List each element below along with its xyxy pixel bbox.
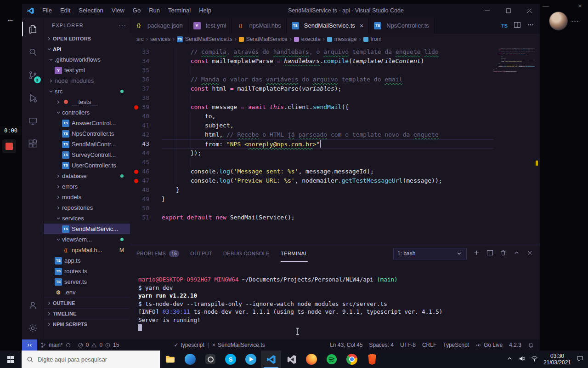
- line-content[interactable]: // compila, através do handlebars, o arq…: [162, 47, 493, 57]
- skype-icon[interactable]: [220, 351, 241, 368]
- tree-item-services[interactable]: services: [44, 213, 130, 224]
- taskbar-search-input[interactable]: Digite aqui para pesquisar: [22, 351, 160, 368]
- editor-tab-test-yml[interactable]: test.yml: [188, 17, 232, 34]
- maximize-panel-icon[interactable]: [513, 249, 520, 258]
- start-button[interactable]: [0, 351, 22, 368]
- spotify-icon[interactable]: [322, 351, 342, 368]
- gutter[interactable]: 38: [130, 93, 162, 103]
- gutter[interactable]: 40: [130, 112, 162, 121]
- editor-tab-package-json[interactable]: package.json: [130, 17, 188, 34]
- gutter[interactable]: 39: [130, 103, 162, 112]
- line-content[interactable]: console.log('Message sent: %s', message.…: [162, 167, 493, 176]
- volume-icon[interactable]: [519, 355, 526, 364]
- line-content[interactable]: [162, 93, 493, 103]
- firefox-icon[interactable]: [301, 351, 322, 368]
- line-content[interactable]: subject,: [162, 121, 493, 130]
- panel-tab-debug-console[interactable]: DEBUG CONSOLE: [223, 245, 270, 262]
- menu-selection[interactable]: Selection: [74, 4, 107, 17]
- edge-icon[interactable]: [180, 351, 200, 368]
- encoding-status[interactable]: UTF-8: [397, 339, 419, 351]
- chrome-icon[interactable]: [342, 351, 362, 368]
- gutter[interactable]: 35: [130, 66, 162, 75]
- tree-item-controllers[interactable]: controllers: [44, 107, 130, 118]
- menu-help[interactable]: Help: [195, 4, 215, 17]
- tree-item-test-yml[interactable]: test.yml: [44, 65, 130, 75]
- more-actions-icon[interactable]: [527, 21, 534, 30]
- breakpoint-icon[interactable]: [134, 170, 138, 174]
- telegram-icon[interactable]: [241, 351, 261, 368]
- minimize-button[interactable]: [476, 4, 498, 17]
- terminal-shell-select[interactable]: 1: bash: [393, 248, 467, 259]
- back-icon[interactable]: ←: [6, 14, 15, 24]
- breakpoint-icon[interactable]: [134, 105, 138, 109]
- project-header[interactable]: API: [44, 44, 130, 54]
- breadcrumb-src[interactable]: src: [136, 36, 144, 42]
- tree-item-sendmailcontr[interactable]: SendMailContr...: [44, 139, 130, 150]
- gutter[interactable]: 42: [130, 130, 162, 139]
- gutter[interactable]: 44: [130, 149, 162, 158]
- tree-item-github-workflows[interactable]: .github\workflows: [44, 54, 130, 65]
- remote-explorer-icon[interactable]: [22, 109, 44, 132]
- gutter[interactable]: 33: [130, 47, 162, 57]
- editor-tab-npscontroller-ts[interactable]: NpsController.ts: [369, 17, 434, 34]
- close-tab-icon[interactable]: ×: [360, 22, 363, 29]
- visual-studio-icon[interactable]: [281, 351, 301, 368]
- line-content[interactable]: console.log('Preview URL: %s', nodemaile…: [162, 176, 493, 185]
- tree-item-sendmailservic[interactable]: SendMailServic...: [44, 224, 130, 234]
- line-content[interactable]: [162, 158, 493, 167]
- action-center-icon[interactable]: [577, 355, 583, 364]
- taskbar-clock[interactable]: 03:30 21/03/2021: [543, 353, 571, 366]
- vscode-icon[interactable]: [261, 351, 281, 368]
- new-terminal-icon[interactable]: [473, 249, 480, 258]
- git-branch-status[interactable]: main*: [37, 339, 74, 351]
- outline-header[interactable]: OUTLINE: [44, 298, 130, 308]
- remote-indicator[interactable]: [22, 339, 37, 351]
- line-content[interactable]: }: [162, 185, 493, 195]
- extension-version[interactable]: 4.2.3: [506, 339, 525, 351]
- line-content[interactable]: to,: [162, 112, 493, 121]
- overlay-more-icon[interactable]: ···: [571, 17, 579, 24]
- editor-tab-npsmail-hbs[interactable]: npsMail.hbs: [232, 17, 286, 34]
- gutter[interactable]: 48: [130, 185, 162, 195]
- notifications-bell-icon[interactable]: [525, 339, 537, 351]
- source-control-icon[interactable]: 3: [22, 63, 44, 86]
- tree-item-errors[interactable]: errors: [44, 181, 130, 192]
- line-content[interactable]: const mailTemplateParse = handlebars.com…: [162, 57, 493, 66]
- gutter[interactable]: 37: [130, 84, 162, 93]
- gutter[interactable]: 36: [130, 75, 162, 84]
- line-content[interactable]: });: [162, 149, 493, 158]
- panel-tab-terminal[interactable]: TERMINAL: [281, 245, 308, 262]
- tree-item-env[interactable]: .env: [44, 287, 130, 298]
- line-content[interactable]: html, // Recebe o HTML já parseado com o…: [162, 130, 493, 139]
- breadcrumb-sendmailservice[interactable]: SendMailService: [239, 36, 288, 42]
- minimap[interactable]: // compila, através do handlebars, o arq…: [493, 45, 535, 245]
- typescript-icon[interactable]: TS: [501, 23, 508, 29]
- explorer-icon[interactable]: [22, 17, 44, 40]
- gutter[interactable]: 49: [130, 195, 162, 204]
- typescript-status[interactable]: ✓ typescript | × SendMailService.ts: [170, 339, 268, 351]
- breadcrumb-sendmailservice-ts[interactable]: SendMailService.ts: [177, 36, 232, 42]
- line-content[interactable]: [162, 66, 493, 75]
- tree-item-repositories[interactable]: repositories: [44, 202, 130, 213]
- tree-item-routes-ts[interactable]: routes.ts: [44, 266, 130, 276]
- gutter[interactable]: 46: [130, 167, 162, 176]
- network-icon[interactable]: [531, 355, 538, 364]
- eol-status[interactable]: CRLF: [419, 339, 440, 351]
- tree-item-answercontrol[interactable]: AnswerControl...: [44, 118, 130, 128]
- tree-item-surveycontroll[interactable]: SurveyControll...: [44, 150, 130, 160]
- maximize-button[interactable]: [498, 4, 519, 17]
- tree-item-app-ts[interactable]: app.ts: [44, 255, 130, 266]
- split-editor-icon[interactable]: [514, 21, 521, 30]
- npm-scripts-header[interactable]: NPM SCRIPTS: [44, 319, 130, 329]
- tree-item-server-ts[interactable]: server.ts: [44, 276, 130, 287]
- overlay-minimize-icon[interactable]: —: [543, 2, 549, 10]
- brave-icon[interactable]: [362, 351, 382, 368]
- close-panel-icon[interactable]: [526, 249, 533, 258]
- recording-stop-button[interactable]: [2, 139, 16, 153]
- tree-item-usercontroller-ts[interactable]: UserController.ts: [44, 160, 130, 171]
- overlay-close-icon[interactable]: ×: [578, 2, 582, 10]
- tree-item-node-modules[interactable]: node_modules: [44, 75, 130, 86]
- gutter[interactable]: 34: [130, 57, 162, 66]
- menu-file[interactable]: File: [38, 4, 56, 17]
- gutter[interactable]: 47: [130, 176, 162, 185]
